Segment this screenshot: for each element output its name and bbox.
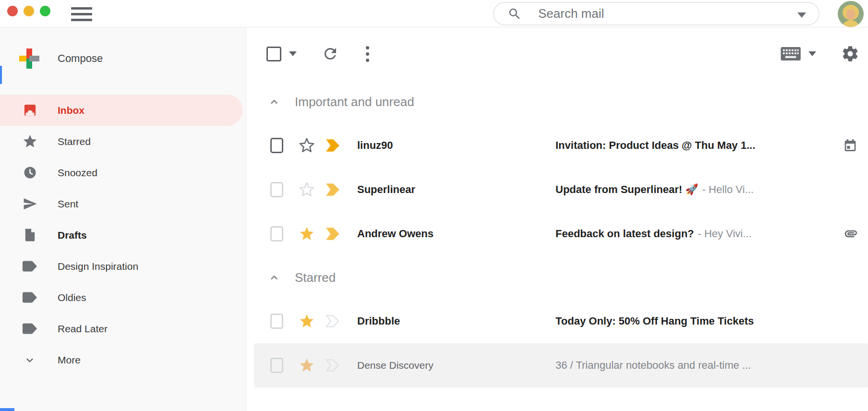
sidebar-item-more[interactable]: More xyxy=(0,344,246,375)
label-icon xyxy=(22,291,38,304)
label-icon xyxy=(22,260,38,273)
email-checkbox[interactable] xyxy=(270,314,283,329)
input-tools-keyboard-icon[interactable] xyxy=(780,46,802,61)
email-sender: linuz90 xyxy=(357,139,539,152)
inbox-icon xyxy=(22,103,38,118)
sidebar-item-label: Oldies xyxy=(58,292,86,303)
collapse-section-icon[interactable] xyxy=(268,96,280,108)
star-icon xyxy=(22,133,38,149)
sidebar-item-drafts[interactable]: Drafts xyxy=(0,219,246,251)
send-icon xyxy=(22,196,38,211)
collapse-section-icon[interactable] xyxy=(268,271,280,284)
subject-text: Invitation: Product Ideas @ Thu May 1... xyxy=(555,139,755,151)
main-menu-icon[interactable] xyxy=(71,7,92,21)
snippet-text: - Hello Vi... xyxy=(702,183,754,195)
compose-plus-icon xyxy=(19,48,39,69)
more-options-icon[interactable] xyxy=(366,46,369,62)
calendar-icon xyxy=(842,138,858,153)
star-icon[interactable] xyxy=(299,226,315,242)
sidebar-item-inbox[interactable]: Inbox xyxy=(0,95,243,126)
zoom-window-button[interactable] xyxy=(40,6,50,16)
importance-marker-icon[interactable] xyxy=(326,227,340,241)
minimize-window-button[interactable] xyxy=(24,6,34,16)
sidebar-item-label: More xyxy=(58,354,81,366)
clock-icon xyxy=(22,165,38,180)
list-toolbar xyxy=(246,27,868,80)
folder-list: Inbox Starred Snoozed xyxy=(0,95,246,375)
star-icon[interactable] xyxy=(299,137,315,154)
email-subject: Update from Superlinear! 🚀- Hello Vi... xyxy=(555,183,834,196)
subject-text: Today Only: 50% Off Hang Time Tickets xyxy=(555,315,754,327)
sidebar-item-snoozed[interactable]: Snoozed xyxy=(0,157,246,188)
star-icon[interactable] xyxy=(299,181,315,198)
email-checkbox[interactable] xyxy=(270,358,283,373)
email-checkbox[interactable] xyxy=(270,138,283,153)
chevron-down-icon xyxy=(22,354,38,366)
email-subject: Invitation: Product Ideas @ Thu May 1... xyxy=(555,139,834,152)
search-icon xyxy=(507,7,522,21)
sidebar-item-label: Inbox xyxy=(58,105,84,116)
paperclip-icon xyxy=(842,226,858,242)
draft-icon xyxy=(22,228,38,242)
traffic-lights xyxy=(7,6,50,16)
sidebar-item-sent[interactable]: Sent xyxy=(0,188,246,219)
importance-marker-icon[interactable] xyxy=(326,359,340,372)
email-row[interactable]: Superlinear Update from Superlinear! 🚀- … xyxy=(246,168,868,212)
sidebar-item-label: Sent xyxy=(58,198,78,210)
screenshot-edge-artifact xyxy=(0,408,14,411)
email-list-pane: Important and unread linuz90 Invitation:… xyxy=(246,27,868,411)
search-options-dropdown-icon[interactable] xyxy=(797,12,806,18)
search-input[interactable] xyxy=(538,6,749,21)
screenshot-edge-artifact xyxy=(0,66,2,84)
importance-marker-icon[interactable] xyxy=(326,314,340,328)
sidebar-item-label: Snoozed xyxy=(58,167,97,179)
label-icon xyxy=(22,322,38,335)
section-title: Starred xyxy=(295,270,336,285)
sidebar-item-oldies[interactable]: Oldies xyxy=(0,282,246,313)
email-row[interactable]: Andrew Owens Feedback on latest design?-… xyxy=(246,212,868,256)
email-sender: Dense Discovery xyxy=(357,360,539,371)
email-row[interactable]: Dribbble Today Only: 50% Off Hang Time T… xyxy=(246,299,868,343)
email-sender: Andrew Owens xyxy=(357,228,539,240)
email-subject: Today Only: 50% Off Hang Time Tickets xyxy=(555,315,834,327)
subject-text: 36 / Triangular notebooks and real-time … xyxy=(555,359,751,371)
star-icon[interactable] xyxy=(299,313,315,329)
window-titlebar xyxy=(0,0,868,27)
sidebar-item-label: Drafts xyxy=(58,230,87,241)
subject-text: Feedback on latest design? xyxy=(555,228,694,240)
snippet-text: - Hey Vivi... xyxy=(698,228,752,240)
subject-text: Update from Superlinear! 🚀 xyxy=(555,183,699,195)
sidebar: Compose Inbox Starred xyxy=(0,27,246,411)
section-header-important-and-unread: Important and unread xyxy=(246,80,868,123)
sidebar-item-starred[interactable]: Starred xyxy=(0,126,246,157)
email-row[interactable]: linuz90 Invitation: Product Ideas @ Thu … xyxy=(246,123,868,168)
compose-label: Compose xyxy=(58,52,103,65)
email-sender: Superlinear xyxy=(357,183,539,196)
email-checkbox[interactable] xyxy=(270,226,283,242)
close-window-button[interactable] xyxy=(7,6,18,16)
sidebar-item-label: Read Later xyxy=(58,323,108,335)
compose-button[interactable]: Compose xyxy=(0,42,246,75)
importance-marker-icon[interactable] xyxy=(326,183,340,196)
sidebar-item-design-inspiration[interactable]: Design Inspiration xyxy=(0,251,246,282)
search-bar[interactable] xyxy=(493,2,820,25)
email-checkbox[interactable] xyxy=(270,182,283,197)
email-subject: 36 / Triangular notebooks and real-time … xyxy=(555,359,834,372)
select-all-checkbox[interactable] xyxy=(266,47,281,61)
refresh-icon[interactable] xyxy=(322,45,339,62)
user-avatar[interactable] xyxy=(838,1,864,27)
input-tools-dropdown-icon[interactable] xyxy=(808,51,816,56)
email-sender: Dribbble xyxy=(357,315,539,327)
email-subject: Feedback on latest design?- Hey Vivi... xyxy=(555,228,834,240)
sidebar-item-read-later[interactable]: Read Later xyxy=(0,313,246,344)
section-header-starred: Starred xyxy=(246,256,868,299)
sidebar-item-label: Starred xyxy=(58,136,91,147)
star-icon[interactable] xyxy=(299,357,315,374)
email-row[interactable]: Dense Discovery 36 / Triangular notebook… xyxy=(246,343,868,387)
section-title: Important and unread xyxy=(295,95,414,109)
sidebar-item-label: Design Inspiration xyxy=(58,261,138,272)
select-dropdown-icon[interactable] xyxy=(289,51,297,56)
importance-marker-icon[interactable] xyxy=(326,139,340,152)
settings-gear-icon[interactable] xyxy=(841,45,859,63)
